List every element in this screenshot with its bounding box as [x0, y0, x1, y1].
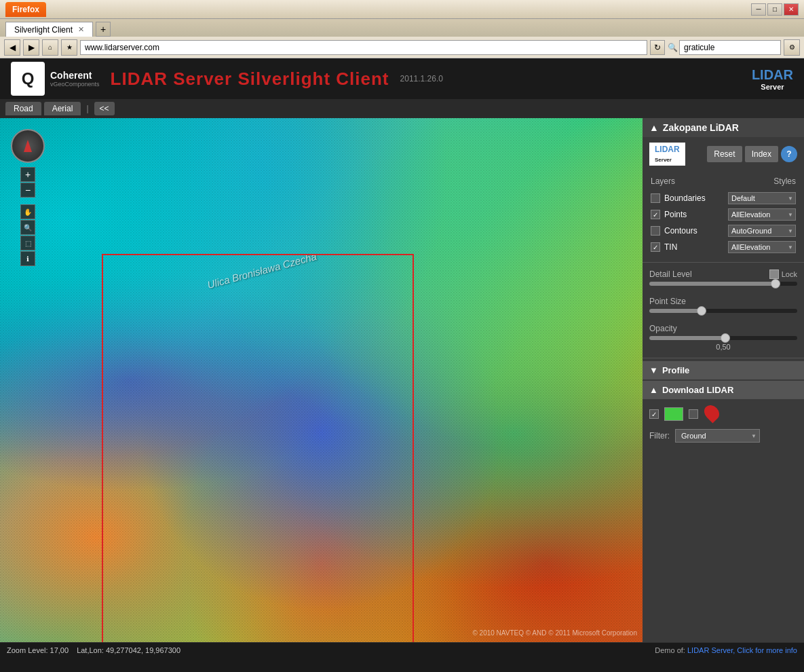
zoom-out-button[interactable]: − — [20, 183, 35, 198]
layers-table-header: Layers Styles — [648, 175, 799, 187]
points-label: Points — [664, 210, 724, 219]
browser-tabs: Silverlight Client ✕ + — [0, 19, 804, 37]
opacity-slider-track[interactable] — [649, 336, 797, 340]
color-swatch[interactable] — [664, 407, 683, 421]
opacity-slider-thumb[interactable] — [721, 333, 730, 343]
right-panel: ▲ Zakopane LiDAR LIDARServer Reset Index… — [643, 118, 804, 642]
lidar-logo-box: LIDARServer — [649, 143, 685, 166]
coherent-name: Coherent — [50, 70, 100, 81]
contours-style-select[interactable]: AutoGround — [728, 225, 796, 237]
road-tab[interactable]: Road — [5, 102, 41, 115]
points-style-wrapper: AllElevation — [728, 208, 796, 221]
tin-checkbox[interactable] — [651, 242, 660, 252]
firefox-menu-button[interactable]: Firefox — [5, 2, 46, 17]
lock-cb-box[interactable] — [769, 269, 779, 279]
map-controls: + − ✋ 🔍 ⬚ ℹ — [11, 129, 45, 266]
zoom-in-button[interactable]: + — [20, 167, 35, 182]
bookmarks-button[interactable]: ★ — [61, 39, 77, 56]
pan-tool-button[interactable]: ✋ — [20, 204, 35, 219]
version-badge: 2011.1.26.0 — [400, 74, 443, 83]
lat-lon-display: Lat,Lon: 49,277042, 19,967300 — [77, 646, 180, 654]
boundaries-style-select[interactable]: Default — [728, 192, 796, 204]
status-right: Demo of: LIDAR Server, Click for more in… — [655, 646, 797, 654]
profile-collapse-icon: ▼ — [649, 365, 658, 375]
app-area: Q Coherent vGeoComponents LIDAR Server S… — [0, 58, 804, 657]
point-size-slider-track[interactable] — [649, 309, 797, 313]
nav-back-button[interactable]: << — [94, 102, 115, 115]
settings-button[interactable]: ⚙ — [784, 39, 800, 56]
tab-close-icon[interactable]: ✕ — [78, 25, 84, 34]
points-checkbox[interactable] — [651, 210, 660, 219]
panel-title: Zakopane LiDAR — [663, 122, 739, 133]
map-background — [0, 118, 643, 642]
maximize-button[interactable]: □ — [767, 3, 782, 16]
marker-body — [701, 402, 722, 423]
address-input[interactable] — [80, 40, 647, 55]
tin-style-select[interactable]: AllElevation — [728, 241, 796, 253]
opacity-slider-fill — [649, 336, 723, 340]
download-controls — [649, 405, 797, 424]
boundaries-style-wrapper: Default — [728, 192, 796, 204]
contours-checkbox[interactable] — [651, 226, 660, 236]
lock-checkbox[interactable]: Lock — [769, 269, 797, 279]
detail-level-slider-thumb[interactable] — [771, 279, 780, 288]
detail-level-slider-track[interactable] — [649, 282, 797, 286]
help-button[interactable]: ? — [781, 146, 797, 162]
opacity-label-row: Opacity — [649, 324, 797, 333]
zoom-level-display: Zoom Level: 17,00 — [7, 646, 69, 654]
tab-title: Silverlight Client — [14, 25, 73, 35]
filter-row: Filter: Ground All Low Vegetation Medium… — [649, 429, 797, 443]
app-title: LIDAR Server Silverlight Client — [111, 69, 389, 90]
app-header: Q Coherent vGeoComponents LIDAR Server S… — [0, 58, 804, 99]
point-size-label: Point Size — [649, 297, 686, 306]
filter-label: Filter: — [649, 431, 670, 441]
contours-label: Contours — [664, 226, 724, 236]
layer-row-points: Points AllElevation — [648, 206, 799, 223]
lidar-server-logo: LIDAR Server — [752, 67, 793, 91]
main-content: Ulica Bronisława Czecha + − ✋ 🔍 ⬚ ℹ — [0, 118, 804, 642]
search-engine-icon: 🔍 — [668, 43, 678, 52]
contours-style-wrapper: AutoGround — [728, 225, 796, 237]
minimize-button[interactable]: ─ — [751, 3, 766, 16]
active-tab[interactable]: Silverlight Client ✕ — [5, 22, 93, 37]
profile-header[interactable]: ▼ Profile — [643, 361, 804, 379]
forward-button[interactable]: ▶ — [23, 39, 39, 56]
demo-link[interactable]: LIDAR Server, Click for more info — [687, 646, 797, 654]
browser-titlebar: Firefox ─ □ ✕ — [0, 0, 804, 19]
home-button[interactable]: ⌂ — [42, 39, 58, 56]
profile-section: ▼ Profile — [643, 361, 804, 379]
close-button[interactable]: ✕ — [784, 3, 799, 16]
download-checkbox-2[interactable] — [689, 409, 698, 419]
panel-header[interactable]: ▲ Zakopane LiDAR — [643, 118, 804, 137]
search-input[interactable] — [679, 40, 781, 55]
marker-icon[interactable] — [704, 405, 720, 424]
back-button[interactable]: ◀ — [4, 39, 20, 56]
tin-style-wrapper: AllElevation — [728, 241, 796, 253]
styles-column-header: Styles — [773, 176, 796, 186]
aerial-tab[interactable]: Aerial — [44, 102, 81, 115]
download-label: Download LIDAR — [662, 385, 733, 395]
index-button[interactable]: Index — [745, 146, 778, 162]
select-tool-button[interactable]: ⬚ — [20, 236, 35, 250]
download-header[interactable]: ▲ Download LIDAR — [643, 381, 804, 399]
compass[interactable] — [11, 129, 45, 163]
zoom-tool-button[interactable]: 🔍 — [20, 220, 35, 235]
point-size-section: Point Size — [643, 293, 804, 320]
info-tool-button[interactable]: ℹ — [20, 251, 35, 266]
download-checkbox-1[interactable] — [649, 409, 659, 419]
lock-label: Lock — [782, 270, 797, 278]
download-section: Filter: Ground All Low Vegetation Medium… — [643, 399, 804, 448]
detail-level-slider-fill — [649, 282, 775, 286]
lidar-logo-row: LIDARServer Reset Index ? — [643, 137, 804, 171]
new-tab-button[interactable]: + — [96, 22, 111, 37]
refresh-button[interactable]: ↻ — [650, 40, 665, 55]
reset-button[interactable]: Reset — [707, 146, 742, 162]
points-style-select[interactable]: AllElevation — [728, 208, 796, 221]
layers-column-header: Layers — [651, 176, 675, 186]
point-size-slider-thumb[interactable] — [697, 306, 706, 316]
boundaries-checkbox[interactable] — [651, 193, 660, 203]
opacity-label: Opacity — [649, 324, 677, 333]
opacity-value: 0,50 — [649, 343, 797, 351]
map-canvas[interactable]: Ulica Bronisława Czecha + − ✋ 🔍 ⬚ ℹ — [0, 118, 643, 642]
filter-select[interactable]: Ground All Low Vegetation Medium Vegetat… — [675, 429, 760, 443]
